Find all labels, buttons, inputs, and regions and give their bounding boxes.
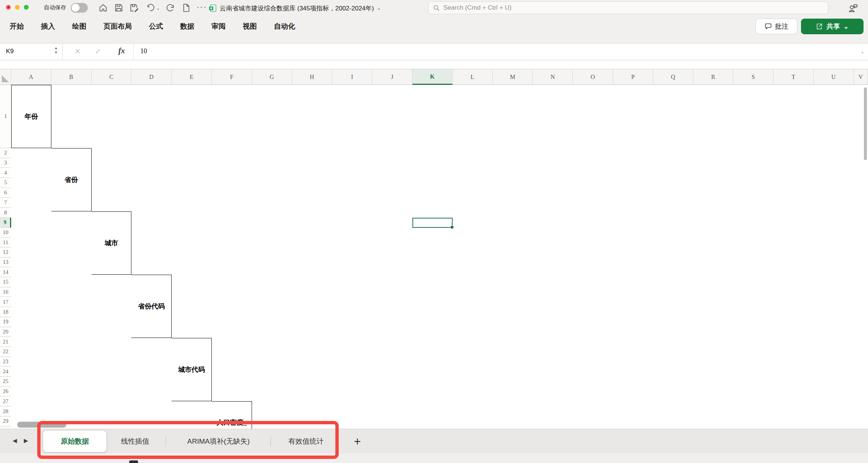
row-number-14[interactable]: 14 <box>0 267 11 277</box>
row-number-4[interactable]: 4 <box>0 168 11 178</box>
row-number-6[interactable]: 6 <box>0 188 11 198</box>
row-number-24[interactable]: 24 <box>0 367 11 377</box>
maximize-window-button[interactable] <box>24 5 29 10</box>
comments-button[interactable]: 批注 <box>756 19 797 34</box>
column-header-B[interactable]: B <box>51 69 92 85</box>
ribbon-tab-自动化[interactable]: 自动化 <box>274 22 295 31</box>
formula-bar-expand-chevron[interactable]: ⌄ <box>861 49 864 54</box>
row-number-20[interactable]: 20 <box>0 327 11 337</box>
next-sheet-arrow[interactable]: ▶ <box>24 437 28 444</box>
share-button[interactable]: 共享 ⌄ <box>801 19 864 34</box>
ribbon-tab-开始[interactable]: 开始 <box>10 22 24 31</box>
red-annotation-rectangle <box>37 421 339 459</box>
column-header-F[interactable]: F <box>212 69 252 85</box>
row-number-15[interactable]: 15 <box>0 277 11 287</box>
redo-icon[interactable] <box>165 3 176 13</box>
save-as-icon[interactable] <box>129 3 140 13</box>
formula-input[interactable]: 10 <box>133 44 856 60</box>
ribbon-tab-页面布局[interactable]: 页面布局 <box>103 22 132 31</box>
column-header-Q[interactable]: Q <box>653 69 693 85</box>
column-header-T[interactable]: T <box>773 69 814 85</box>
title-dropdown-chevron[interactable]: ⌄ <box>377 6 381 11</box>
row-number-10[interactable]: 10 <box>0 228 11 238</box>
row-number-3[interactable]: 3 <box>0 158 11 168</box>
vertical-scrollbar[interactable] <box>864 87 867 160</box>
prev-sheet-arrow[interactable]: ◀ <box>13 437 17 444</box>
row-number-11[interactable]: 11 <box>0 237 11 248</box>
header-cell-D[interactable]: 省份代码 <box>131 275 172 338</box>
confirm-entry-icon[interactable]: ✓ <box>95 47 101 56</box>
search-input[interactable]: Search (Cmd + Ctrl + U) <box>428 1 829 14</box>
save-icon[interactable] <box>114 3 124 13</box>
column-header-M[interactable]: M <box>493 69 533 85</box>
close-window-button[interactable] <box>6 5 11 10</box>
row-number-27[interactable]: 27 <box>0 397 11 407</box>
column-header-N[interactable]: N <box>533 69 573 85</box>
undo-dropdown-chevron[interactable]: ⌄ <box>156 6 160 11</box>
name-box-spinner[interactable]: ▲▼ <box>54 47 58 54</box>
row-number-16[interactable]: 16 <box>0 287 11 297</box>
row-number-23[interactable]: 23 <box>0 357 11 367</box>
column-header-K[interactable]: K <box>412 69 453 85</box>
column-header-O[interactable]: O <box>573 69 613 85</box>
header-cell-C[interactable]: 城市 <box>92 211 132 275</box>
new-document-icon[interactable] <box>181 3 192 13</box>
row-number-2[interactable]: 2 <box>0 148 11 158</box>
column-header-J[interactable]: J <box>372 69 412 85</box>
fill-handle[interactable] <box>450 226 454 229</box>
column-header-C[interactable]: C <box>92 69 132 85</box>
row-number-8[interactable]: 8 <box>0 208 11 218</box>
column-header-I[interactable]: I <box>332 69 372 85</box>
row-number-29[interactable]: 29 <box>0 416 11 427</box>
row-number-9[interactable]: 9 <box>0 218 11 228</box>
column-header-V[interactable]: V <box>854 69 868 85</box>
row-number-18[interactable]: 18 <box>0 307 11 317</box>
column-header-A[interactable]: A <box>11 69 51 85</box>
more-options-icon[interactable]: ··· <box>197 2 207 13</box>
row-number-22[interactable]: 22 <box>0 347 11 357</box>
name-box[interactable]: K9 ▲▼ <box>0 44 63 60</box>
header-cell-E[interactable]: 城市代码 <box>172 338 212 401</box>
ribbon-tab-公式[interactable]: 公式 <box>149 22 163 31</box>
autosave-toggle[interactable] <box>71 3 88 13</box>
header-cell-A[interactable]: 年份 <box>11 85 51 148</box>
ribbon-tab-插入[interactable]: 插入 <box>41 22 55 31</box>
column-header-G[interactable]: G <box>252 69 292 85</box>
column-header-S[interactable]: S <box>733 69 773 85</box>
ribbon-tab-数据[interactable]: 数据 <box>180 22 194 31</box>
contact-presence-icon[interactable] <box>848 3 858 15</box>
ribbon-tab-绘图[interactable]: 绘图 <box>72 22 86 31</box>
row-number-7[interactable]: 7 <box>0 198 11 208</box>
select-all-corner[interactable] <box>0 69 11 85</box>
ribbon-tab-审阅[interactable]: 审阅 <box>211 22 226 31</box>
document-title-group[interactable]: 云南省城市建设综合数据库 (345项指标，2002-2024年) ⌄ <box>208 3 381 13</box>
row-number-19[interactable]: 19 <box>0 317 11 327</box>
row-number-28[interactable]: 28 <box>0 406 11 416</box>
home-icon[interactable] <box>98 3 109 13</box>
selected-cell-outline[interactable] <box>412 218 453 228</box>
row-number-25[interactable]: 25 <box>0 377 11 387</box>
autosave-label: 自动保存 <box>44 4 66 11</box>
row-number-1[interactable]: 1 <box>0 85 11 148</box>
fx-icon[interactable]: fx <box>118 46 125 55</box>
add-sheet-button[interactable]: + <box>349 431 366 451</box>
ribbon-tab-视图[interactable]: 视图 <box>243 22 257 31</box>
row-number-12[interactable]: 12 <box>0 248 11 258</box>
column-header-H[interactable]: H <box>292 69 332 85</box>
column-header-L[interactable]: L <box>453 69 493 85</box>
column-header-U[interactable]: U <box>814 69 854 85</box>
header-cell-B[interactable]: 省份 <box>51 148 92 211</box>
column-header-R[interactable]: R <box>693 69 734 85</box>
row-number-26[interactable]: 26 <box>0 387 11 397</box>
row-number-13[interactable]: 13 <box>0 258 11 268</box>
undo-icon[interactable] <box>146 3 156 13</box>
column-header-D[interactable]: D <box>131 69 172 85</box>
row-number-17[interactable]: 17 <box>0 297 11 307</box>
row-number-21[interactable]: 21 <box>0 337 11 347</box>
share-dropdown-chevron[interactable]: ⌄ <box>843 22 849 31</box>
minimize-window-button[interactable] <box>15 5 20 10</box>
cancel-entry-icon[interactable]: ✕ <box>74 47 81 56</box>
column-header-P[interactable]: P <box>613 69 653 85</box>
row-number-5[interactable]: 5 <box>0 178 11 188</box>
column-header-E[interactable]: E <box>172 69 212 85</box>
